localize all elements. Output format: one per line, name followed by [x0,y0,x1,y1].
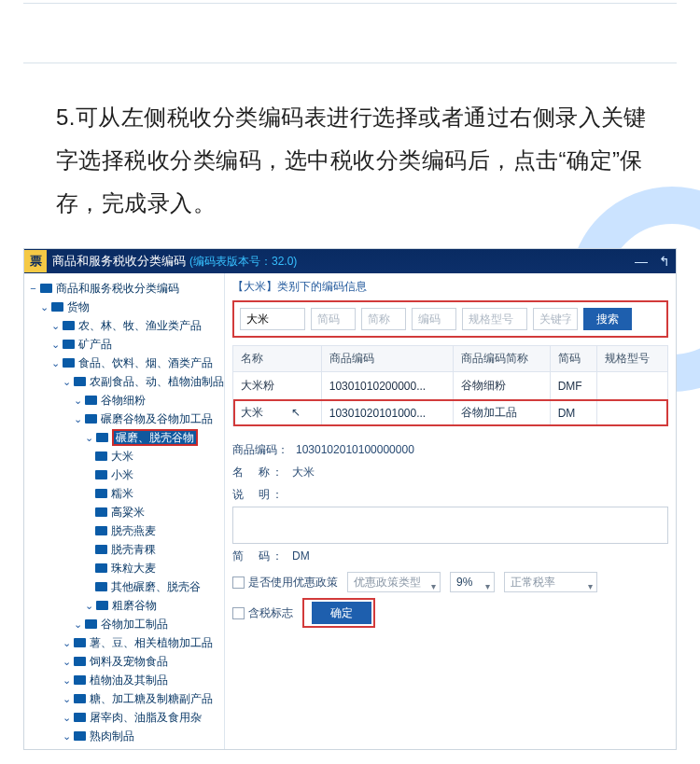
collapse-icon[interactable]: − [28,279,38,298]
checkbox-icon [232,576,245,589]
folder-icon [63,321,75,330]
collapse-icon[interactable]: ⌄ [73,410,83,428]
tree-node[interactable]: ⌄农、林、牧、渔业类产品 [28,316,220,335]
expand-icon[interactable]: ⌄ [62,708,72,727]
search-keyword-input[interactable] [533,308,578,330]
expand-icon[interactable]: ⌄ [62,633,72,652]
expand-icon[interactable]: ⌄ [62,671,72,689]
codebook-version: (编码表版本号：32.0) [189,254,297,270]
collapse-icon[interactable]: ⌄ [84,428,94,447]
tree-node[interactable]: ⌄薯、豆、相关植物加工品 [28,633,220,652]
policy-row: 是否使用优惠政策 优惠政策类型▾ 9%▾ 正常税率▾ [232,572,668,592]
tree-node[interactable]: ⌄谷物细粉 [28,391,220,410]
window-title: 商品和服务税收分类编码 [52,253,186,270]
folder-icon [51,302,63,312]
checkbox-hanshui[interactable]: 含税标志 [232,603,293,623]
tree-root[interactable]: −商品和服务税收分类编码 [28,279,220,298]
detail-panel: 商品编码：1030102010100000000 名 称：大米 说 明： 简 码… [232,439,668,628]
tree-node[interactable]: ⌄碾磨谷物及谷物加工品 [28,410,220,428]
search-jianchen-input[interactable] [361,308,406,330]
chevron-down-icon: ▾ [485,576,490,597]
folder-icon [95,451,107,461]
tree-node[interactable]: ⌄谷物加工制品 [28,615,220,633]
tree-leaf[interactable]: 其他碾磨、脱壳谷 [28,577,220,596]
label-jm: 简 码： [232,546,285,566]
tree-node[interactable]: ⌄食品、饮料、烟、酒类产品 [28,354,220,372]
col-spec: 规格型号 [596,346,667,372]
folder-icon [95,507,107,517]
table-row[interactable]: 大米粉 10301010200000... 谷物细粉 DMF [233,372,668,400]
tree-node[interactable]: ⌄粗磨谷物 [28,596,220,615]
value-jm: DM [292,546,310,566]
folder-icon [74,694,86,703]
col-code: 商品编码 [321,346,453,372]
search-spec-input[interactable] [462,308,527,330]
tree-node-selected[interactable]: ⌄碾磨、脱壳谷物 [28,428,220,447]
expand-icon[interactable]: ⌄ [50,335,61,354]
expand-icon[interactable]: ⌄ [84,596,94,615]
tree-leaf[interactable]: 脱壳燕麦 [28,521,220,540]
table-row-selected[interactable]: 大米↖ 10301020101000... 谷物加工品 DM [233,399,668,426]
folder-icon [40,284,52,293]
expand-icon[interactable]: ⌄ [73,391,83,410]
label-sm: 说 明： [232,484,285,505]
ok-highlight: 确定 [302,598,375,628]
collapse-icon[interactable]: ⌄ [50,354,61,372]
checkbox-youhui[interactable]: 是否使用优惠政策 [232,572,338,592]
folder-icon [63,358,75,368]
folder-icon [85,396,97,405]
col-jm: 简码 [550,346,596,372]
tree-node[interactable]: ⌄屠宰肉、油脂及食用杂 [28,708,220,727]
expand-icon[interactable]: ⌄ [62,689,72,708]
folder-icon [74,377,86,386]
tree-node[interactable]: ⌄饲料及宠物食品 [28,652,220,671]
tree-node[interactable]: ⌄糖、加工糖及制糖副产品 [28,689,220,708]
search-name-input[interactable] [240,308,305,330]
folder-icon [96,433,108,442]
folder-icon [95,582,107,591]
section-label: 【大米】类别下的编码信息 [232,279,668,295]
tree-node[interactable]: ⌄矿产品 [28,335,220,354]
tree-leaf-dami[interactable]: 大米 [28,447,220,465]
app-logo: 票 [24,250,47,272]
folder-icon [95,563,107,573]
tree-node-huowu[interactable]: ⌄货物 [28,298,220,316]
label-spbm: 商品编码： [232,439,288,460]
tree-leaf[interactable]: 高粱米 [28,503,220,521]
expand-icon[interactable]: ⌄ [39,298,49,316]
window-controls: — ↰ [635,254,670,269]
tree-node[interactable]: ⌄熟肉制品 [28,727,220,745]
select-youhui-type[interactable]: 优惠政策类型▾ [347,572,441,592]
folder-icon [85,414,97,424]
folder-icon [63,340,75,349]
select-normal-rate[interactable]: 正常税率▾ [504,572,597,592]
top-divider-box [23,3,677,63]
confirm-button[interactable]: 确定 [312,602,371,624]
minimize-button[interactable]: — [635,254,648,269]
category-tree: −商品和服务税收分类编码 ⌄货物 ⌄农、林、牧、渔业类产品 ⌄矿产品 ⌄食品、饮… [24,273,225,749]
tree-leaf[interactable]: 糯米 [28,484,220,503]
titlebar: 票 商品和服务税收分类编码 (编码表版本号：32.0) — ↰ [24,249,676,273]
tree-node[interactable]: ⌄农副食品、动、植物油制品 [28,372,220,391]
tree-leaf[interactable]: 珠粒大麦 [28,559,220,577]
label-mc: 名 称： [232,462,285,482]
chevron-down-icon: ▾ [588,576,593,597]
tree-leaf[interactable]: 脱壳青稞 [28,540,220,559]
expand-icon[interactable]: ⌄ [62,652,72,671]
description-textarea[interactable] [232,507,668,544]
back-button[interactable]: ↰ [659,254,670,269]
tree-leaf[interactable]: 小米 [28,465,220,484]
main-panel: 【大米】类别下的编码信息 搜索 名称 商品编码 商品编码简称 简码 规格型号 [225,273,676,749]
search-button[interactable]: 搜索 [583,308,632,330]
search-jianma-input[interactable] [311,308,356,330]
expand-icon[interactable]: ⌄ [73,615,83,633]
value-mc: 大米 [292,462,315,482]
collapse-icon[interactable]: ⌄ [62,372,72,391]
select-rate[interactable]: 9%▾ [450,572,495,592]
search-row: 搜索 [232,300,668,338]
expand-icon[interactable]: ⌄ [62,727,72,745]
expand-icon[interactable]: ⌄ [50,316,61,335]
tree-node[interactable]: ⌄植物油及其制品 [28,671,220,689]
app-body: −商品和服务税收分类编码 ⌄货物 ⌄农、林、牧、渔业类产品 ⌄矿产品 ⌄食品、饮… [24,273,676,749]
search-bianma-input[interactable] [412,308,456,330]
